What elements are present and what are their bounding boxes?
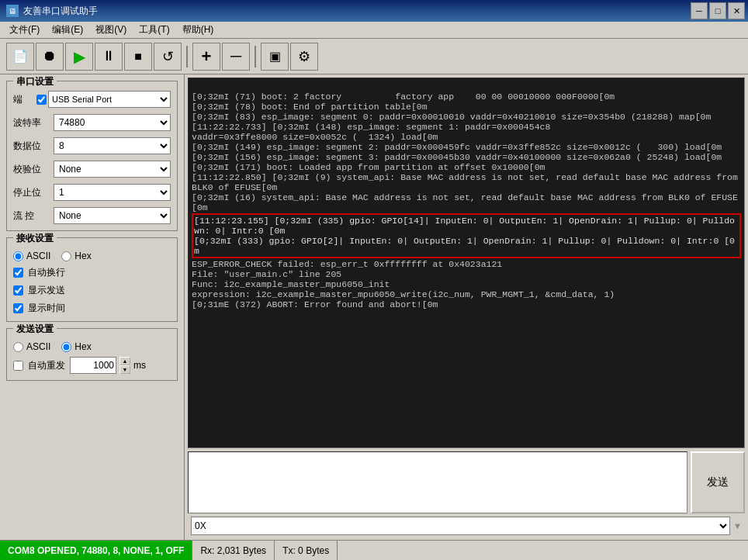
tx-status-text: Tx: 0 Bytes <box>282 545 329 556</box>
send-hex-radio[interactable] <box>61 342 71 352</box>
menu-tools[interactable]: 工具(T) <box>133 22 175 38</box>
parity-row: 校验位 None Odd Even <box>13 161 171 178</box>
settings-button[interactable]: ⚙ <box>290 43 318 71</box>
parity-label: 校验位 <box>13 163 50 176</box>
baud-select[interactable]: 74880 9600 115200 <box>54 114 171 131</box>
port-checkbox[interactable] <box>36 95 47 105</box>
window-button[interactable]: ▣ <box>261 43 289 71</box>
send-ascii-radio[interactable] <box>13 342 23 352</box>
interval-down-button[interactable]: ▼ <box>119 365 130 374</box>
send-hex-label: Hex <box>74 341 91 352</box>
send-input[interactable] <box>188 451 687 513</box>
interval-input[interactable] <box>70 357 116 374</box>
record-button[interactable]: ⏺ <box>36 43 64 71</box>
output-error: ESP_ERROR_CHECK failed: esp_err_t 0xffff… <box>192 259 615 309</box>
rx-status: Rx: 2,031 Bytes <box>192 541 275 560</box>
maximize-button[interactable]: □ <box>709 2 726 19</box>
output-area[interactable]: [0;32mI (71) boot: 2 factory factory app… <box>189 78 744 448</box>
stop-bits-label: 停止位 <box>13 186 50 199</box>
pause-button[interactable]: ⏸ <box>95 43 123 71</box>
send-settings-title: 发送设置 <box>13 323 57 336</box>
auto-repeat-row: 自动重发 ▲ ▼ ms <box>13 357 171 374</box>
show-send-row: 显示发送 <box>13 284 171 297</box>
data-bits-select[interactable]: 8 7 <box>54 137 171 154</box>
stop-bits-select[interactable]: 1 2 <box>54 184 171 201</box>
stop-button[interactable]: ■ <box>124 43 152 71</box>
toolbar: 📄 ⏺ ▶ ⏸ ■ ↺ + ─ ▣ ⚙ <box>0 39 748 74</box>
connection-status: COM8 OPENED, 74880, 8, NONE, 1, OFF <box>0 541 192 560</box>
auto-newline-row: 自动换行 <box>13 266 171 279</box>
title-bar: 🖥 友善串口调试助手 ─ □ ✕ <box>0 0 748 22</box>
left-panel: 串口设置 端 USB Serial Port 波特率 74880 9600 11… <box>0 74 185 540</box>
recv-hex-label: Hex <box>74 251 91 261</box>
minimize-button[interactable]: ─ <box>691 2 708 19</box>
show-send-checkbox[interactable] <box>13 285 23 296</box>
output-highlighted: [11:12:23.155] [0;32mI (335) gpio: GPIO[… <box>192 213 741 258</box>
recv-hex-radio[interactable] <box>61 251 71 261</box>
toolbar-separator-2 <box>255 46 256 67</box>
menu-bar: 文件(F) 编辑(E) 视图(V) 工具(T) 帮助(H) <box>0 22 748 39</box>
app-title: 友善串口调试助手 <box>23 5 98 18</box>
send-mode-row: ASCII Hex <box>13 341 171 352</box>
status-bar: COM8 OPENED, 74880, 8, NONE, 1, OFF Rx: … <box>0 540 748 560</box>
menu-edit[interactable]: 编辑(E) <box>46 22 89 38</box>
menu-help[interactable]: 帮助(H) <box>176 22 220 38</box>
send-button[interactable]: 发送 <box>691 451 745 513</box>
toolbar-separator-1 <box>186 46 188 67</box>
rx-status-text: Rx: 2,031 Bytes <box>200 545 266 556</box>
recv-ascii-radio[interactable] <box>13 251 23 261</box>
stop-bits-row: 停止位 1 2 <box>13 184 171 201</box>
interval-unit: ms <box>133 360 146 371</box>
play-button[interactable]: ▶ <box>65 43 93 71</box>
serial-settings-group: 串口设置 端 USB Serial Port 波特率 74880 9600 11… <box>6 81 178 231</box>
app-icon: 🖥 <box>6 5 19 17</box>
menu-view[interactable]: 视图(V) <box>89 22 133 38</box>
data-bits-row: 数据位 8 7 <box>13 137 171 154</box>
receive-mode-row: ASCII Hex <box>13 251 171 261</box>
baud-label: 波特率 <box>13 116 50 130</box>
baud-row: 波特率 74880 9600 115200 <box>13 114 171 131</box>
port-row: 端 USB Serial Port <box>13 91 171 108</box>
flow-select[interactable]: None RTS/CTS <box>54 207 171 224</box>
serial-settings-title: 串口设置 <box>13 75 57 88</box>
close-button[interactable]: ✕ <box>728 2 745 19</box>
show-time-row: 显示时间 <box>13 302 171 315</box>
flow-label: 流 控 <box>13 209 50 223</box>
parity-select[interactable]: None Odd Even <box>54 161 171 178</box>
auto-repeat-label: 自动重发 <box>28 359 65 372</box>
interval-up-button[interactable]: ▲ <box>119 357 130 365</box>
flow-control-row: 流 控 None RTS/CTS <box>13 207 171 224</box>
menu-file[interactable]: 文件(F) <box>3 22 46 38</box>
show-time-label: 显示时间 <box>28 302 65 315</box>
port-label: 端 <box>13 93 35 106</box>
add-button[interactable]: + <box>192 43 220 71</box>
output-line: [0;32mI (71) boot: 2 factory factory app… <box>192 92 743 213</box>
port-select[interactable]: USB Serial Port <box>48 91 171 108</box>
send-settings-group: 发送设置 ASCII Hex 自动重发 ▲ ▼ <box>6 328 178 381</box>
send-ascii-label: ASCII <box>26 341 50 352</box>
show-send-label: 显示发送 <box>28 284 65 297</box>
right-panel: [0;32mI (71) boot: 2 factory factory app… <box>185 74 748 540</box>
auto-newline-label: 自动换行 <box>28 266 65 279</box>
auto-newline-checkbox[interactable] <box>13 268 23 278</box>
recv-ascii-label: ASCII <box>26 251 50 261</box>
show-time-checkbox[interactable] <box>13 303 23 313</box>
receive-settings-group: 接收设置 ASCII Hex 自动换行 显示发送 <box>6 237 178 322</box>
auto-repeat-checkbox[interactable] <box>13 361 23 371</box>
tx-status: Tx: 0 Bytes <box>275 541 338 560</box>
interval-wrapper: ▲ ▼ ms <box>70 357 146 374</box>
connection-status-text: COM8 OPENED, 74880, 8, NONE, 1, OFF <box>8 545 184 556</box>
receive-settings-title: 接收设置 <box>13 232 57 245</box>
hex-dropdown-row: 0X ▼ <box>188 515 745 537</box>
new-button[interactable]: 📄 <box>6 43 34 71</box>
refresh-button[interactable]: ↺ <box>154 43 182 71</box>
data-bits-label: 数据位 <box>13 140 50 153</box>
hex-select[interactable]: 0X <box>191 517 730 535</box>
minus-button[interactable]: ─ <box>222 43 250 71</box>
